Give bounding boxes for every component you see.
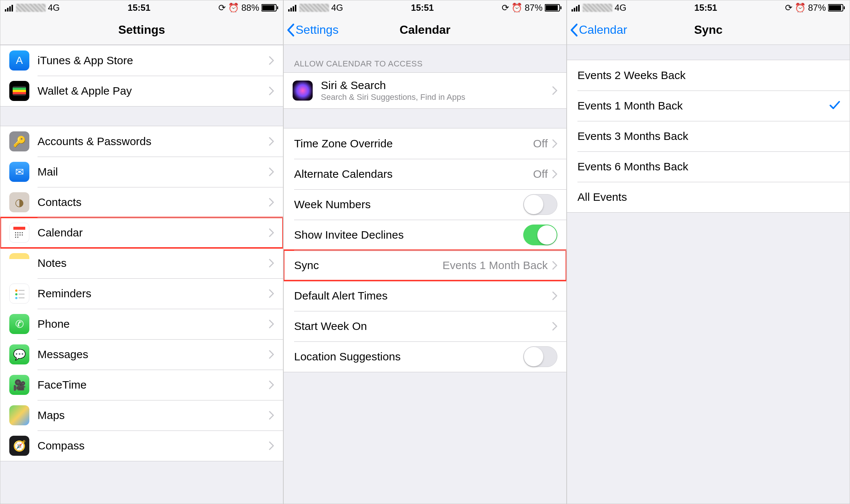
compass-icon: 🧭 [9,436,29,456]
row-facetime[interactable]: 🎥 FaceTime [0,370,283,400]
battery-icon [828,4,845,12]
nav-bar: Settings Calendar [284,15,566,45]
row-notes[interactable]: Notes [0,248,283,278]
svg-point-17 [17,235,19,236]
row-compass[interactable]: 🧭 Compass [0,431,283,461]
row-mail[interactable]: ✉︎ Mail [0,157,283,187]
chevron-right-icon [269,350,274,359]
row-label: Accounts & Passwords [38,135,269,148]
row-label: Contacts [38,196,269,209]
row-label: Mail [38,166,269,178]
reminders-icon [9,284,29,304]
row-value: Off [533,168,548,180]
alarm-icon: ⏰ [228,3,239,13]
carrier-label [16,4,46,12]
back-button[interactable]: Calendar [570,23,627,37]
chevron-right-icon [269,259,274,268]
battery-percent: 87% [808,3,826,13]
carrier-label [299,4,329,12]
row-maps[interactable]: Maps [0,400,283,431]
carrier-label [583,4,612,12]
row-label: Location Suggestions [294,350,523,363]
chevron-right-icon [269,228,274,237]
notes-icon [9,253,29,273]
contacts-icon: ◑ [9,192,29,212]
nav-bar: Settings [0,15,283,45]
signal-icon [288,4,297,12]
row-label: Messages [38,348,269,361]
chevron-right-icon [269,320,274,328]
page-title: Settings [118,23,165,37]
battery-icon [261,4,279,12]
chevron-right-icon [269,441,274,450]
status-bar: 4G 15:51 ⟳ ⏰ 87% [567,0,850,15]
calendar-icon [9,223,29,243]
row-reminders[interactable]: Reminders [0,278,283,309]
row-label: Reminders [38,287,269,300]
svg-point-26 [15,297,17,299]
row-siri-search[interactable]: Siri & Search Search & Siri Suggestions,… [284,73,566,108]
option-2-weeks[interactable]: Events 2 Weeks Back [567,60,850,91]
network-label: 4G [331,3,343,13]
row-messages[interactable]: 💬 Messages [0,339,283,370]
row-phone[interactable]: ✆ Phone [0,309,283,339]
chevron-right-icon [269,198,274,207]
row-label: Start Week On [294,320,552,333]
row-value: Off [533,137,548,150]
chevron-right-icon [552,291,557,300]
chevron-right-icon [269,380,274,389]
row-week-numbers[interactable]: Week Numbers [284,189,566,220]
signal-icon [571,4,580,12]
calendar-settings-pane: 4G 15:51 ⟳ ⏰ 87% Settings Calendar Allow… [283,0,567,504]
row-accounts-passwords[interactable]: 🔑 Accounts & Passwords [0,126,283,157]
chevron-right-icon [552,322,557,331]
row-wallet[interactable]: Wallet & Apple Pay [0,76,283,106]
calendar-options-group: Time Zone Override Off Alternate Calenda… [284,128,566,372]
chevron-right-icon [552,86,557,95]
battery-icon [545,4,562,12]
row-contacts[interactable]: ◑ Contacts [0,187,283,217]
svg-point-19 [22,235,23,236]
svg-point-13 [17,232,19,233]
status-time: 15:51 [128,3,150,13]
chevron-right-icon [269,56,274,65]
chevron-right-icon [269,86,274,95]
row-start-week-on[interactable]: Start Week On [284,311,566,341]
row-timezone-override[interactable]: Time Zone Override Off [284,128,566,159]
row-label: FaceTime [38,379,269,391]
row-show-invitee-declines[interactable]: Show Invitee Declines [284,220,566,250]
row-calendar[interactable]: Calendar [0,217,283,248]
svg-point-14 [20,232,21,233]
option-6-months[interactable]: Events 6 Months Back [567,151,850,182]
svg-point-21 [17,237,19,238]
alarm-icon: ⏰ [511,3,522,13]
section-header: Allow Calendar to Access [284,45,566,72]
row-location-suggestions[interactable]: Location Suggestions [284,341,566,372]
svg-point-22 [15,289,17,292]
svg-point-24 [15,293,17,295]
option-all-events[interactable]: All Events [567,182,850,212]
row-alternate-calendars[interactable]: Alternate Calendars Off [284,159,566,189]
option-1-month[interactable]: Events 1 Month Back [567,91,850,121]
row-label: Wallet & Apple Pay [38,85,269,97]
option-3-months[interactable]: Events 3 Months Back [567,121,850,151]
row-sync[interactable]: Sync Events 1 Month Back [284,250,566,281]
row-label: Events 6 Months Back [577,160,841,173]
row-label: Maps [38,409,269,422]
alarm-icon: ⏰ [795,3,806,13]
chevron-right-icon [552,170,557,179]
toggle-week-numbers[interactable] [523,194,557,215]
facetime-icon: 🎥 [9,375,29,395]
row-label: Sync [294,259,443,272]
nav-bar: Calendar Sync [567,15,850,45]
toggle-location-suggestions[interactable] [523,346,557,367]
svg-rect-27 [19,297,25,298]
row-itunes-appstore[interactable]: A iTunes & App Store [0,45,283,76]
status-bar: 4G 15:51 ⟳ ⏰ 87% [284,0,566,15]
back-label: Settings [296,23,339,37]
appstore-icon: A [9,50,29,71]
chevron-right-icon [269,137,274,146]
back-button[interactable]: Settings [287,23,339,37]
row-default-alert-times[interactable]: Default Alert Times [284,281,566,311]
toggle-invitee-declines[interactable] [523,225,557,245]
